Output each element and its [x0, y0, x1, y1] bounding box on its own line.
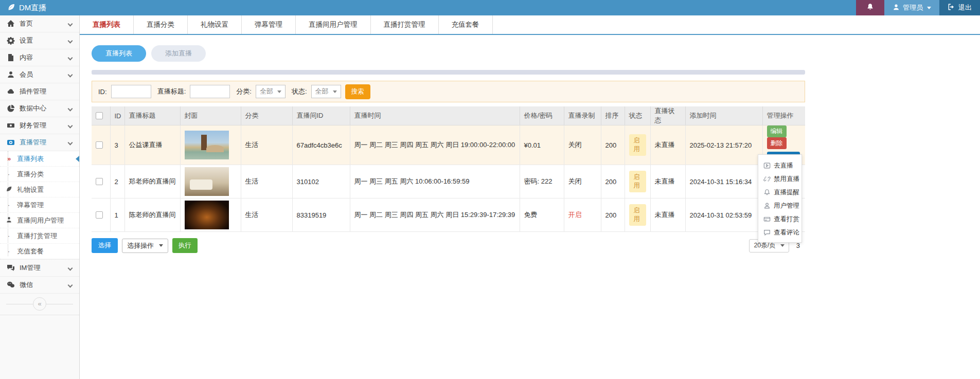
live-management-submenu: » 直播列表 · 直播分类 礼物设置 · 弹幕管理 直播间用户管理 · 直播打赏: [0, 151, 79, 260]
cell-category: 生活: [241, 165, 292, 198]
bell-icon: [866, 3, 874, 12]
menu-item-view-rewards[interactable]: 查看打赏: [763, 212, 801, 226]
user-icon: [6, 70, 15, 79]
sidebar-item-wechat[interactable]: 微信: [0, 277, 79, 294]
page-number: 3: [796, 242, 800, 249]
col-header-actions: 管理操作: [762, 106, 805, 125]
execute-button[interactable]: 执行: [172, 238, 198, 253]
cell-id: 3: [110, 125, 124, 165]
row-checkbox[interactable]: [96, 211, 103, 219]
sidebar-item-plugins[interactable]: 插件管理: [0, 83, 79, 100]
live-list-pill-button[interactable]: 直播列表: [92, 45, 146, 62]
sidebar-item-settings[interactable]: 设置: [0, 32, 79, 49]
select-button[interactable]: 选择: [92, 238, 118, 253]
col-header-live-status: 直播状态: [650, 106, 685, 125]
col-header-record: 直播录制: [564, 106, 601, 125]
col-header-status: 状态: [625, 106, 650, 125]
sidebar-item-content[interactable]: 内容: [0, 49, 79, 66]
cover-image: [185, 167, 229, 196]
cell-added: 2024-10-31 02:53:59: [685, 198, 762, 232]
user-menu[interactable]: 管理员: [884, 0, 939, 15]
category-filter-select[interactable]: 全部: [256, 85, 286, 98]
edit-button[interactable]: 编辑: [767, 125, 787, 137]
title-filter-label: 直播标题:: [157, 87, 186, 96]
search-button[interactable]: 搜索: [345, 84, 370, 99]
cell-live-status: 未直播: [650, 165, 685, 198]
tree-dash-icon: ·: [4, 170, 13, 178]
sidebar-item-im[interactable]: IM管理: [0, 260, 79, 277]
gear-icon: [6, 37, 15, 45]
user-icon: [893, 4, 900, 12]
menu-item-user-management[interactable]: 用户管理: [763, 199, 801, 212]
cell-added: 2025-02-13 21:57:20: [685, 125, 762, 165]
bulk-action-select[interactable]: 选择操作: [122, 239, 168, 253]
cell-price: 免费: [520, 198, 564, 232]
table-row: 1 陈老师的直播间 生活 83319519 周一 周二 周三 周四 周五 周六 …: [92, 198, 805, 232]
brand-title: DM直播: [19, 3, 46, 13]
cell-record: 关闭: [564, 165, 601, 198]
cell-title: 公益课直播: [124, 125, 180, 165]
sidebar-item-members[interactable]: 会员: [0, 66, 79, 83]
status-badge: 启用: [629, 171, 646, 192]
home-icon: [6, 20, 15, 28]
cover-image: [185, 201, 229, 229]
menu-item-go-live[interactable]: 去直播: [763, 159, 801, 172]
chevron-down-icon: [68, 282, 73, 287]
notifications-button[interactable]: [856, 0, 884, 15]
tab-room-users[interactable]: 直播间用户管理: [296, 15, 371, 34]
row-checkbox[interactable]: [96, 141, 103, 149]
tab-recharge-packages[interactable]: 充值套餐: [439, 15, 493, 34]
cell-category: 生活: [241, 198, 292, 232]
sidebar-item-room-users[interactable]: 直播间用户管理: [0, 213, 79, 228]
sidebar-collapse-button[interactable]: «: [33, 297, 46, 311]
row-checkbox[interactable]: [96, 178, 103, 185]
col-header-room-id: 直播间ID: [292, 106, 350, 125]
sidebar-item-data-center[interactable]: 数据中心: [0, 100, 79, 117]
chevron-down-icon: [68, 72, 73, 77]
sidebar-item-recharge-packages[interactable]: · 充值套餐: [0, 244, 79, 259]
camera-icon: [6, 138, 15, 147]
sidebar-item-finance[interactable]: 财务管理: [0, 117, 79, 134]
table-row: 3 公益课直播 生活 67adfc4cb3e6c 周一 周二 周三 周四 周五 …: [92, 125, 805, 165]
sidebar-item-danmaku[interactable]: · 弹幕管理: [0, 197, 79, 213]
user-secret-icon: [4, 216, 13, 225]
col-header-cover: 封面: [180, 106, 241, 125]
leaf-icon: [4, 186, 13, 194]
cell-id: 1: [110, 198, 124, 232]
menu-item-view-comments[interactable]: 查看评论: [763, 226, 801, 239]
sidebar-item-live-categories[interactable]: · 直播分类: [0, 167, 79, 182]
chevron-down-icon: [333, 91, 337, 93]
tab-rewards[interactable]: 直播打赏管理: [371, 15, 439, 34]
cell-sort: 200: [601, 198, 625, 232]
tab-gift-settings[interactable]: 礼物设置: [188, 15, 242, 34]
col-header-title: 直播标题: [124, 106, 180, 125]
comment-icon: [763, 229, 771, 236]
status-filter-select[interactable]: 全部: [311, 85, 341, 98]
col-header-id: ID: [110, 106, 124, 125]
tab-live-categories[interactable]: 直播分类: [134, 15, 188, 34]
app-logo[interactable]: DM直播: [0, 3, 80, 13]
menu-item-disable-live[interactable]: 禁用直播: [763, 172, 801, 186]
sidebar-item-rewards[interactable]: · 直播打赏管理: [0, 228, 79, 244]
status-filter-label: 状态:: [292, 87, 307, 96]
user-icon: [763, 202, 771, 209]
sidebar-item-home[interactable]: 首页: [0, 15, 79, 32]
title-filter-input[interactable]: [190, 85, 230, 98]
logout-button[interactable]: 退出: [939, 0, 980, 15]
category-filter-label: 分类:: [236, 87, 252, 96]
filter-bar: ID: 直播标题: 分类: 全部 状态: 全部 搜索: [92, 81, 805, 102]
delete-button[interactable]: 删除: [767, 137, 787, 149]
id-filter-input[interactable]: [111, 85, 151, 98]
tab-danmaku[interactable]: 弹幕管理: [242, 15, 296, 34]
play-square-icon: [763, 162, 771, 169]
sidebar-item-live-management[interactable]: 直播管理: [0, 134, 79, 151]
reward-icon: [763, 215, 771, 223]
cell-room-id: 310102: [292, 165, 350, 198]
sign-out-icon: [948, 3, 955, 12]
add-live-pill-button[interactable]: 添加直播: [151, 45, 206, 62]
menu-item-live-reminder[interactable]: 直播提醒: [763, 186, 801, 199]
select-all-checkbox[interactable]: [96, 112, 103, 119]
sidebar-item-gift-settings[interactable]: 礼物设置: [0, 182, 79, 197]
sidebar-item-live-list[interactable]: » 直播列表: [0, 151, 79, 167]
tab-live-list[interactable]: 直播列表: [80, 15, 134, 34]
